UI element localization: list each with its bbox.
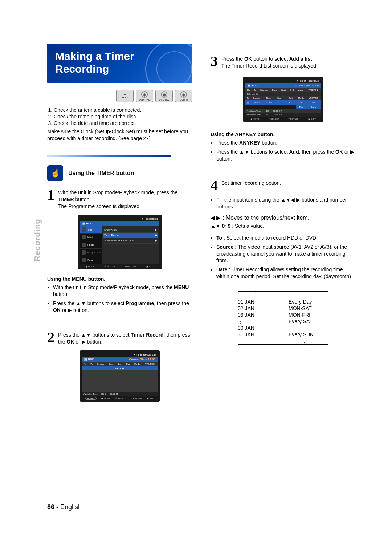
option-descriptions: To : Select the media to record HDD or D…	[211, 235, 356, 280]
clock-note: Make sure the Clock (Setup-Clock Set) mu…	[47, 128, 192, 142]
step-4: 4 Set timer recording option.	[211, 178, 356, 193]
page-title: Making a Timer Recording	[55, 50, 134, 75]
arrow-down-icon: ↓	[254, 288, 257, 295]
anykey-heading: Using the ANYKEY button.	[211, 131, 356, 137]
osd-title-button: Title	[296, 105, 306, 109]
divider	[211, 44, 356, 44]
timer-heading: Using the TIMER button	[68, 170, 134, 176]
media-dvdram: ◉DVD-RAM	[136, 90, 153, 102]
gradient-divider	[47, 155, 171, 157]
step-1: 1 With the unit in Stop mode/Playback mo…	[47, 188, 192, 210]
osd-nav-photo: Photo	[80, 241, 102, 249]
osd-programme: ✦ Programme ▣ HDD Title Music Photo Prog…	[78, 215, 162, 269]
anykey-bullets: Press the ANYKEY button. Press the ▲▼ bu…	[211, 139, 356, 162]
right-column: 3 Press the OK button to select Add a li…	[211, 44, 356, 405]
osd-timer-list-entry: ✦ Timer Record List ▣ HDDCurrent Time 12…	[243, 77, 323, 122]
section-side-label: Recording	[33, 219, 42, 261]
media-badges: ≡HDD ◉DVD-RAM ◉DVD-RW ◉DVD-R	[47, 90, 192, 102]
page-title-block: Making a Timer Recording	[47, 44, 192, 83]
osd-entry-row: ▣PR 0201 JAN12 : 0014 : 00SPOff	[245, 100, 321, 105]
step-1-number: 1	[47, 188, 54, 210]
step-2: 2 Press the ▲▼ buttons to select Timer R…	[47, 330, 192, 345]
divider	[211, 170, 356, 170]
osd-nav-music: Music	[80, 234, 102, 241]
osd-nav-title: Title	[80, 226, 102, 234]
hand-icon: ☝	[47, 165, 63, 181]
osd-save-button: Save	[306, 105, 321, 109]
step-3-number: 3	[211, 54, 218, 69]
divider	[47, 322, 192, 322]
media-dvdrw: ◉DVD-RW	[155, 90, 173, 102]
step-2-number: 2	[47, 330, 54, 345]
media-dvdr: ◉DVD-R	[175, 90, 192, 102]
osd-nav-setup: Setup	[80, 256, 102, 264]
pre-checks-list: Check the antenna cable is connected. Ch…	[47, 107, 192, 126]
menu-heading: Using the MENU button.	[47, 276, 192, 282]
arrow-up-icon: ↑	[303, 340, 306, 347]
date-selection-diagram: ↓ 01 JANEvery Day 02 JANMON-SAT 03 JANMO…	[238, 287, 328, 348]
osd-add-a-list-row: Add a list	[82, 366, 158, 370]
left-column: Making a Timer Recording ≡HDD ◉DVD-RAM ◉…	[47, 44, 192, 405]
step-3: 3 Press the OK button to select Add a li…	[211, 54, 356, 69]
footer-divider	[47, 496, 356, 496]
disc-graphic	[145, 44, 192, 83]
page-footer: 86 - English	[47, 503, 82, 511]
osd-timer-list-empty: ✦ Timer Record List ▣ HDDCurrent Time 12…	[80, 350, 160, 402]
media-hdd: ≡HDD	[116, 90, 134, 102]
step-4-number: 4	[211, 178, 218, 193]
menu-bullets: With the unit in Stop mode/Playback mode…	[47, 284, 192, 314]
osd-nav-programme: Programme	[80, 249, 102, 256]
